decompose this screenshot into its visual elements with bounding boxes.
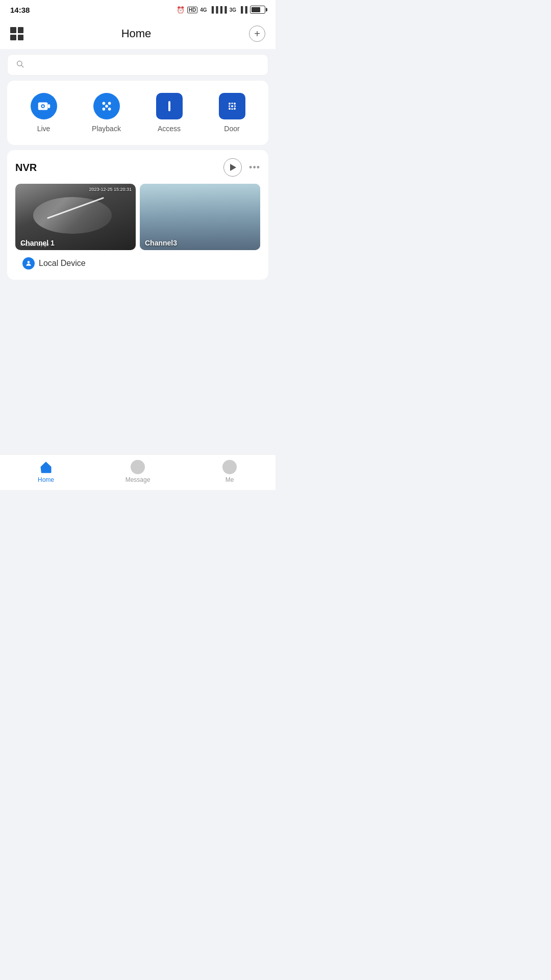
- message-nav-icon: [131, 460, 145, 474]
- live-label: Live: [37, 125, 51, 133]
- nav-item-home[interactable]: Home: [0, 460, 92, 483]
- door-label: Door: [224, 125, 239, 133]
- playback-label: Playback: [92, 125, 121, 133]
- svg-point-17: [234, 103, 236, 105]
- status-icons: ⏰ HD 4G ▐▐▐▐ 3G ▐▐ 79: [177, 6, 265, 14]
- nvr-title: NVR: [15, 162, 37, 174]
- home-nav-icon: [39, 460, 53, 474]
- battery-level: 79: [252, 8, 256, 12]
- channel-1-timestamp: 2023-12-25 15:20:31: [89, 187, 132, 192]
- signal-bars-4g: ▐▐▐▐: [210, 6, 227, 13]
- quick-actions-grid: Live Playback: [12, 93, 263, 133]
- channel-3-thumb[interactable]: Channel3: [140, 184, 260, 250]
- top-nav: Home +: [0, 18, 276, 49]
- battery-tip: [266, 8, 267, 12]
- channel-1-thumb[interactable]: 2023-12-25 15:20:31 Channel 1 IPC222 diy…: [15, 184, 136, 250]
- status-time: 14:38: [10, 6, 30, 14]
- svg-point-11: [105, 105, 108, 108]
- signal-4g-icon: 4G: [200, 7, 207, 13]
- nvr-controls: •••: [223, 158, 260, 177]
- search-bar[interactable]: [7, 54, 268, 76]
- nvr-header: NVR •••: [15, 158, 260, 177]
- svg-point-23: [234, 108, 236, 110]
- alarm-icon: ⏰: [177, 6, 185, 14]
- quick-item-door[interactable]: Door: [201, 93, 263, 133]
- door-icon: [219, 93, 245, 119]
- quick-item-access[interactable]: Access: [138, 93, 201, 133]
- battery-icon: 79: [250, 6, 265, 14]
- play-triangle-icon: [230, 164, 236, 171]
- nav-item-me[interactable]: Me: [184, 460, 276, 483]
- signal-bars-3g: ▐▐: [239, 6, 247, 13]
- search-icon: [16, 60, 24, 70]
- local-device-row[interactable]: Local Device: [15, 250, 260, 272]
- add-button[interactable]: +: [249, 26, 265, 42]
- bottom-nav: Home Message Me: [0, 454, 276, 490]
- page-title: Home: [121, 27, 152, 40]
- hd-badge: HD: [187, 7, 197, 13]
- svg-rect-13: [168, 101, 170, 111]
- channel-3-label: Channel3: [145, 239, 177, 247]
- status-bar: 14:38 ⏰ HD 4G ▐▐▐▐ 3G ▐▐ 79: [0, 0, 276, 18]
- signal-3g-icon: 3G: [230, 7, 236, 13]
- svg-point-15: [229, 103, 231, 105]
- svg-point-4: [42, 105, 44, 107]
- home-nav-label: Home: [38, 476, 54, 483]
- me-nav-icon: [222, 460, 237, 474]
- quick-item-playback[interactable]: Playback: [75, 93, 138, 133]
- add-icon: +: [254, 28, 260, 40]
- me-nav-label: Me: [226, 476, 234, 483]
- message-nav-label: Message: [126, 476, 151, 483]
- live-icon: [31, 93, 57, 119]
- svg-line-1: [21, 65, 23, 67]
- svg-point-25: [28, 261, 30, 263]
- svg-point-9: [102, 108, 105, 111]
- grid-menu-icon[interactable]: [10, 27, 23, 40]
- nav-item-message[interactable]: Message: [92, 460, 184, 483]
- svg-point-7: [102, 102, 105, 105]
- svg-rect-26: [44, 468, 48, 472]
- svg-point-19: [231, 105, 233, 107]
- playback-icon: [93, 93, 120, 119]
- access-icon: [156, 93, 183, 119]
- more-options-button[interactable]: •••: [249, 162, 260, 173]
- svg-point-10: [108, 108, 111, 111]
- local-device-label: Local Device: [39, 259, 86, 268]
- quick-item-live[interactable]: Live: [12, 93, 75, 133]
- channel-1-sub: IPC222 diyige: [20, 242, 49, 247]
- nvr-card: NVR ••• 2023-12-25 15:20:31 Channel 1 IP…: [7, 150, 268, 280]
- svg-rect-5: [47, 104, 50, 108]
- local-device-icon: [22, 257, 35, 270]
- svg-point-8: [108, 102, 111, 105]
- quick-actions-card: Live Playback: [7, 81, 268, 145]
- channels-grid: 2023-12-25 15:20:31 Channel 1 IPC222 diy…: [15, 184, 260, 250]
- svg-point-21: [229, 108, 231, 110]
- access-label: Access: [158, 125, 181, 133]
- play-all-button[interactable]: [223, 158, 242, 177]
